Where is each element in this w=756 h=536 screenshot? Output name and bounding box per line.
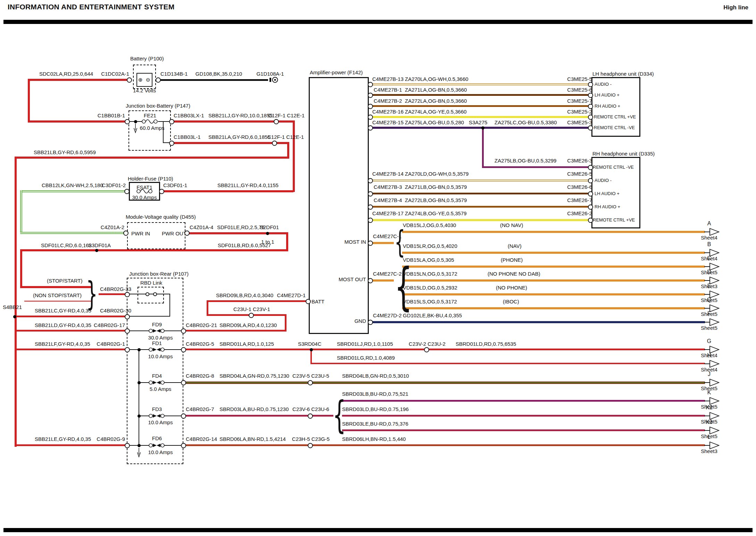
connector-icon bbox=[368, 104, 373, 109]
wire-label: ZA270LA,OG-WH,0.5,3660 bbox=[405, 76, 468, 82]
fuse-fd1 bbox=[149, 346, 165, 353]
connector-icon bbox=[184, 231, 190, 236]
wire-label: C4BR02G-17 bbox=[94, 322, 125, 328]
connector-icon bbox=[588, 115, 593, 120]
connector-icon bbox=[368, 241, 373, 246]
wire-label: Battery (P100) bbox=[130, 56, 164, 61]
wire-label: AUDIO - bbox=[595, 82, 612, 87]
wire-segment bbox=[28, 120, 128, 123]
wire-label: C1DC02A-1 bbox=[101, 71, 129, 77]
wire-label: C4ME27D-1 bbox=[277, 292, 306, 298]
wire-label: 14.2 Volts bbox=[133, 87, 156, 93]
wire-label: SBRD04LA,GN-RD,0.75,1230 bbox=[219, 373, 289, 379]
s2df01 bbox=[266, 232, 269, 235]
wire-label: C3ME25-3 bbox=[567, 119, 592, 125]
connector-icon bbox=[181, 347, 186, 352]
wire-label: SBB21LC,GY-RD,4.0,35 bbox=[35, 308, 91, 313]
connector-icon bbox=[588, 204, 593, 210]
wire-label: C3ME26-6 bbox=[567, 184, 592, 190]
wire-segment bbox=[310, 363, 705, 364]
wiring-diagram: SDC02LA,RD,25.0,644C1DC02A-1Battery (P10… bbox=[0, 0, 756, 536]
wire-label: SBB21LB,GY-RD,6.0,5959 bbox=[34, 149, 96, 155]
wire-segment bbox=[20, 249, 288, 251]
bus-dot-fd1 bbox=[138, 348, 141, 351]
wire-label: GND bbox=[355, 318, 366, 324]
wire-segment bbox=[15, 157, 289, 159]
wire-segment bbox=[372, 279, 394, 282]
wire-label: SBRD09LA,RD,4.0,1230 bbox=[219, 322, 277, 328]
wire-label: C4BR02G-21 bbox=[186, 322, 217, 328]
wire-label: C3DF01-1 bbox=[163, 182, 187, 188]
wire-segment bbox=[402, 293, 705, 295]
circuit-letter: J bbox=[708, 371, 711, 377]
fe21-feed-splice bbox=[134, 120, 137, 123]
wire-segment bbox=[482, 128, 484, 167]
wire-segment bbox=[24, 301, 91, 302]
wiring-diagram-page: INFORMATION AND ENTERTAINMENT SYSTEM Hig… bbox=[0, 0, 756, 536]
wire-label: C3DF01-2 bbox=[102, 182, 126, 188]
wire-label: LH AUDIO + bbox=[595, 191, 620, 196]
fuse-fd4 bbox=[149, 379, 165, 386]
wire-label: C4ME27B-1 bbox=[374, 87, 402, 93]
wire-segment bbox=[164, 330, 183, 331]
wire-segment bbox=[157, 79, 268, 81]
g1d108a-ground bbox=[267, 76, 279, 84]
sheet-ref: Sheet3 bbox=[701, 448, 717, 454]
connector-icon bbox=[308, 443, 313, 448]
wire-label: ZA275LB,OG-BU,0.5,3299 bbox=[495, 158, 556, 164]
wire-label: C4BR02G-14 bbox=[186, 436, 217, 442]
wire-label: S3RD04C bbox=[298, 341, 322, 347]
wire-label: SBB21LJ,GY-RD,10.0,1855 bbox=[208, 112, 273, 118]
wire-label: SBRD03LA,BU-RD,0.75,1230 bbox=[219, 406, 289, 412]
circuit-letter: B bbox=[707, 241, 711, 248]
wire-label: C23V-6 C23U-6 bbox=[292, 406, 329, 412]
s3df01a bbox=[95, 249, 98, 252]
connector-icon bbox=[588, 178, 593, 183]
wire-label: SBB21LD,GY-RD,4.0,35 bbox=[35, 322, 91, 328]
s3rd04c bbox=[310, 348, 313, 351]
connector-icon bbox=[249, 313, 254, 318]
wire-segment bbox=[372, 321, 705, 323]
connector-icon bbox=[368, 82, 373, 87]
connector-icon bbox=[368, 278, 373, 283]
circuit-letter: Q bbox=[707, 297, 711, 303]
sheet-ref: Sheet5 bbox=[701, 325, 717, 331]
connector-icon bbox=[125, 347, 130, 352]
wire-label: 30.0 Amps bbox=[132, 194, 157, 200]
wire-label: SBRD01LJ,RD,1.0,1105 bbox=[337, 341, 393, 347]
wire-label: 60.0 Amps bbox=[140, 125, 165, 131]
wire-label: MOST IN bbox=[344, 239, 366, 245]
connector-icon bbox=[125, 314, 130, 319]
wire-label: Junction box-Battery (P147) bbox=[126, 103, 190, 109]
connector-icon bbox=[156, 77, 161, 83]
connector-icon bbox=[588, 125, 593, 131]
wire-label: SBRD04LB,GN-RD,0.5,3010 bbox=[342, 373, 409, 379]
wire-segment bbox=[184, 382, 310, 384]
wire-segment bbox=[342, 429, 705, 431]
connector-icon bbox=[274, 119, 279, 124]
wire-segment bbox=[139, 416, 149, 416]
wire-label: CBB12LK,GN-WH,2.5,180 bbox=[42, 182, 103, 188]
wire-label: FD1 bbox=[152, 340, 162, 346]
wire-label: C3ME25-7 bbox=[567, 98, 592, 104]
wire-label: C4BR02G-33 bbox=[100, 286, 131, 292]
wire-segment bbox=[372, 219, 591, 221]
wire-label: FD9 bbox=[152, 321, 162, 327]
wire-label: VDB15LJ,OG,0.5,4030 bbox=[403, 222, 456, 228]
connector-icon bbox=[368, 218, 373, 223]
wire-segment bbox=[285, 314, 286, 331]
circuit-letter: D bbox=[707, 269, 711, 275]
connector-icon bbox=[368, 320, 373, 325]
wire-label: SBB21LE,GY-RD,4.0,35 bbox=[35, 436, 91, 442]
wire-segment bbox=[184, 415, 310, 417]
wire-segment bbox=[402, 252, 705, 254]
connector-icon bbox=[125, 328, 130, 334]
wire-segment bbox=[402, 279, 705, 282]
wire-label: ZA274LA,OG-YE,0.5,3660 bbox=[405, 109, 467, 115]
wire-segment bbox=[342, 415, 705, 417]
wire-label: C4BR02G-7 bbox=[186, 406, 214, 412]
wire-label: RH headphone unit (D335) bbox=[592, 151, 655, 157]
wire-label: C4BR02G-8 bbox=[186, 373, 214, 379]
wire-label: C4BR02G-5 bbox=[186, 341, 214, 347]
connector-icon bbox=[368, 204, 373, 210]
